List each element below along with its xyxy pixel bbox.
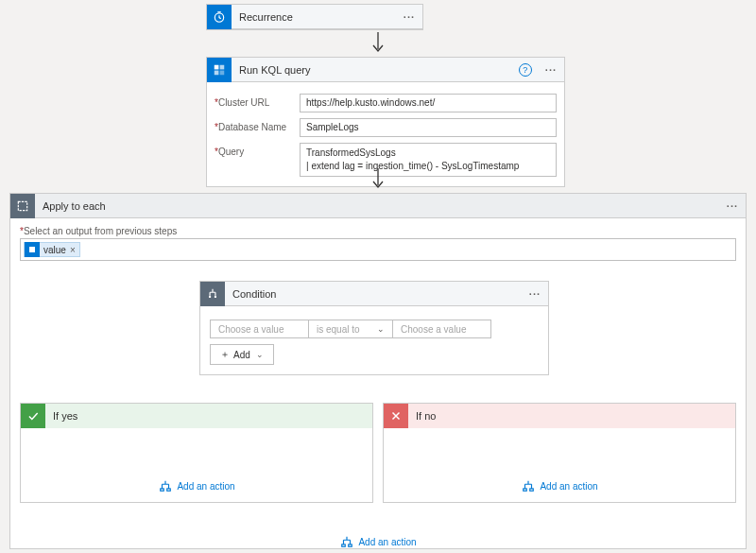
svg-rect-8 bbox=[29, 247, 35, 252]
apply-to-each-menu-icon[interactable]: ··· bbox=[719, 200, 746, 212]
info-icon[interactable]: ? bbox=[519, 63, 532, 77]
select-output-label: *Select an output from previous steps bbox=[20, 226, 736, 236]
kusto-icon bbox=[207, 58, 232, 82]
value-chip[interactable]: value × bbox=[24, 242, 80, 257]
check-icon bbox=[21, 404, 45, 428]
condition-title: Condition bbox=[225, 288, 522, 300]
add-action-yes-button[interactable]: Add an action bbox=[158, 479, 234, 493]
condition-card[interactable]: Condition ··· Choose a value is equal to… bbox=[199, 281, 549, 375]
recurrence-card[interactable]: Recurrence ··· bbox=[206, 4, 423, 30]
if-no-title: If no bbox=[408, 410, 735, 422]
chip-icon bbox=[25, 242, 40, 257]
svg-rect-4 bbox=[215, 70, 219, 75]
svg-rect-2 bbox=[215, 64, 219, 69]
recurrence-menu-icon[interactable]: ··· bbox=[396, 11, 422, 23]
db-name-label: *Database Name bbox=[215, 118, 300, 132]
svg-rect-16 bbox=[349, 544, 352, 546]
chevron-down-icon: ⌄ bbox=[256, 350, 264, 359]
loop-icon bbox=[10, 194, 35, 218]
cluster-url-label: *Cluster URL bbox=[215, 94, 300, 108]
if-yes-branch: If yes Add an action bbox=[20, 403, 373, 503]
svg-point-9 bbox=[209, 295, 211, 297]
arrow-icon bbox=[371, 168, 385, 191]
query-input[interactable]: TransformedSysLogs | extend lag = ingest… bbox=[300, 143, 557, 177]
svg-rect-5 bbox=[220, 70, 225, 75]
db-name-input[interactable]: SampleLogs bbox=[300, 118, 557, 137]
query-label: *Query bbox=[215, 143, 300, 157]
x-icon bbox=[384, 404, 408, 428]
add-condition-button[interactable]: ＋Add⌄ bbox=[210, 344, 274, 365]
run-kql-title: Run KQL query bbox=[232, 64, 519, 76]
add-action-no-button[interactable]: Add an action bbox=[521, 479, 597, 493]
apply-to-each-card: Apply to each ··· *Select an output from… bbox=[9, 193, 747, 549]
run-kql-menu-icon[interactable]: ··· bbox=[538, 64, 564, 76]
svg-rect-15 bbox=[342, 544, 346, 546]
condition-icon bbox=[200, 282, 225, 306]
svg-rect-14 bbox=[530, 489, 534, 491]
svg-rect-11 bbox=[161, 489, 164, 491]
chip-remove-icon[interactable]: × bbox=[70, 245, 76, 255]
if-yes-title: If yes bbox=[45, 410, 372, 422]
add-action-button[interactable]: Add an action bbox=[339, 535, 416, 548]
svg-rect-7 bbox=[18, 201, 26, 210]
select-output-input[interactable]: value × bbox=[20, 238, 736, 261]
condition-menu-icon[interactable]: ··· bbox=[522, 288, 548, 300]
recurrence-title: Recurrence bbox=[232, 11, 396, 23]
apply-to-each-title: Apply to each bbox=[35, 200, 719, 212]
chevron-down-icon: ⌄ bbox=[377, 324, 385, 334]
run-kql-card[interactable]: Run KQL query ? ··· *Cluster URL https:/… bbox=[206, 57, 565, 187]
arrow-icon bbox=[371, 32, 385, 55]
cluster-url-input[interactable]: https://help.kusto.windows.net/ bbox=[300, 94, 557, 112]
svg-rect-13 bbox=[524, 489, 527, 491]
if-no-branch: If no Add an action bbox=[383, 403, 736, 503]
condition-operator-select[interactable]: is equal to ⌄ bbox=[308, 320, 393, 338]
condition-right-input[interactable]: Choose a value bbox=[392, 320, 491, 338]
svg-rect-3 bbox=[220, 64, 225, 69]
clock-icon bbox=[207, 5, 232, 29]
svg-rect-12 bbox=[167, 489, 171, 491]
condition-left-input[interactable]: Choose a value bbox=[210, 320, 309, 338]
svg-point-10 bbox=[215, 295, 216, 297]
